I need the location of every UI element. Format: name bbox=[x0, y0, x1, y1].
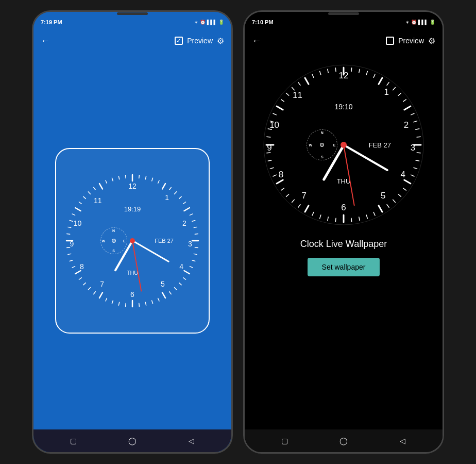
svg-line-101 bbox=[277, 180, 283, 184]
right-num-8: 8 bbox=[279, 170, 283, 180]
right-compass-s: S bbox=[321, 155, 324, 159]
left-date: FEB 27 bbox=[155, 238, 174, 244]
left-day: THU bbox=[127, 270, 139, 276]
signal-icon: ▌▌▌ bbox=[207, 20, 217, 25]
svg-line-34 bbox=[106, 298, 107, 301]
svg-line-95 bbox=[312, 212, 314, 216]
right-nav-circle[interactable]: ◯ bbox=[338, 435, 349, 446]
right-app-bar-right: Preview ⚙ bbox=[386, 36, 435, 46]
right-settings-icon[interactable]: ⚙ bbox=[428, 36, 435, 46]
left-compass-w: W bbox=[102, 239, 106, 243]
svg-line-56 bbox=[106, 180, 107, 183]
svg-line-72 bbox=[411, 113, 414, 115]
svg-line-115 bbox=[298, 82, 300, 86]
right-center-dot bbox=[341, 142, 347, 148]
svg-line-46 bbox=[67, 234, 70, 235]
svg-line-49 bbox=[72, 214, 75, 215]
right-app-bar: ← Preview ⚙ bbox=[245, 29, 443, 52]
svg-line-80 bbox=[411, 175, 414, 176]
svg-line-113 bbox=[286, 93, 289, 96]
left-num-11: 11 bbox=[94, 196, 102, 205]
svg-line-74 bbox=[416, 129, 419, 129]
left-nav-circle[interactable]: ◯ bbox=[127, 435, 138, 446]
right-compass: N S E W bbox=[307, 129, 337, 160]
svg-line-88 bbox=[366, 215, 367, 219]
alarm-icon: ⏰ bbox=[200, 20, 206, 25]
right-preview-checkbox[interactable] bbox=[386, 37, 394, 45]
left-num-7: 7 bbox=[100, 280, 104, 288]
right-compass-center bbox=[320, 143, 324, 147]
svg-line-66 bbox=[379, 78, 382, 84]
left-num-5: 5 bbox=[161, 280, 165, 288]
right-num-2: 2 bbox=[404, 120, 409, 130]
left-num-9: 9 bbox=[70, 240, 74, 248]
right-num-3: 3 bbox=[411, 143, 415, 153]
right-app-title: Clock Live Wallpaper bbox=[300, 239, 387, 250]
svg-line-1 bbox=[139, 175, 140, 178]
left-preview-checkbox[interactable]: ✓ bbox=[175, 37, 183, 45]
left-nav-triangle[interactable]: ◁ bbox=[186, 435, 197, 446]
left-digital-time: 19:19 bbox=[124, 205, 141, 213]
left-nav-square[interactable]: ▢ bbox=[67, 435, 79, 446]
battery-icon: 🔋 bbox=[218, 20, 224, 25]
svg-line-11 bbox=[190, 214, 192, 215]
left-check-icon: ✓ bbox=[176, 37, 181, 44]
svg-line-78 bbox=[416, 160, 419, 161]
left-compass-n: N bbox=[112, 229, 115, 233]
svg-line-81 bbox=[404, 180, 411, 184]
left-phone: 7:19 PM ∗ ⏰ ▌▌▌ 🔋 ← ✓ Preview ⚙ bbox=[32, 10, 233, 454]
left-compass-e: E bbox=[123, 239, 126, 243]
right-back-button[interactable]: ← bbox=[252, 36, 261, 46]
svg-line-89 bbox=[359, 217, 360, 221]
left-back-button[interactable]: ← bbox=[41, 36, 50, 46]
right-nav-triangle[interactable]: ◁ bbox=[397, 435, 409, 446]
svg-line-52 bbox=[83, 196, 86, 198]
svg-line-37 bbox=[88, 288, 90, 290]
svg-line-93 bbox=[328, 217, 328, 221]
svg-line-2 bbox=[145, 176, 146, 179]
svg-line-53 bbox=[88, 192, 90, 194]
right-status-bar: 7:10 PM ∗ ⏰ ▌▌▌ 🔋 bbox=[245, 15, 443, 29]
left-compass-center bbox=[112, 239, 116, 243]
left-num-3: 3 bbox=[188, 240, 192, 248]
svg-line-69 bbox=[398, 93, 401, 96]
svg-line-120 bbox=[335, 68, 336, 72]
left-app-bar: ← ✓ Preview ⚙ bbox=[33, 29, 231, 52]
right-battery-icon: 🔋 bbox=[430, 20, 435, 25]
left-compass-s: S bbox=[112, 249, 115, 253]
left-bottom-nav: ▢ ◯ ◁ bbox=[33, 429, 231, 452]
right-num-4: 4 bbox=[400, 170, 405, 180]
svg-line-17 bbox=[194, 254, 197, 254]
svg-line-36 bbox=[94, 292, 96, 294]
right-compass-e: E bbox=[333, 143, 336, 147]
svg-line-9 bbox=[183, 202, 186, 204]
svg-line-94 bbox=[320, 215, 321, 219]
svg-line-20 bbox=[184, 271, 189, 274]
right-content: 12 1 2 3 4 5 6 7 8 9 10 11 19:10 FEB 27 … bbox=[245, 52, 443, 429]
svg-line-31 bbox=[126, 303, 126, 306]
svg-line-22 bbox=[179, 283, 181, 285]
svg-line-43 bbox=[68, 254, 71, 254]
svg-line-13 bbox=[194, 227, 197, 227]
left-center-dot bbox=[130, 238, 135, 243]
svg-line-73 bbox=[414, 121, 417, 122]
svg-line-111 bbox=[277, 106, 283, 110]
left-settings-icon[interactable]: ⚙ bbox=[217, 36, 224, 46]
right-num-12: 12 bbox=[339, 71, 349, 81]
svg-line-6 bbox=[169, 187, 172, 190]
left-num-2: 2 bbox=[182, 219, 186, 227]
svg-line-57 bbox=[112, 178, 113, 181]
svg-line-3 bbox=[152, 178, 153, 181]
svg-line-85 bbox=[387, 205, 389, 208]
right-compass-n: N bbox=[321, 131, 324, 135]
svg-line-79 bbox=[414, 168, 417, 169]
right-status-time: 7:10 PM bbox=[252, 19, 274, 25]
set-wallpaper-button[interactable]: Set wallpaper bbox=[308, 258, 380, 276]
svg-line-118 bbox=[320, 71, 321, 75]
right-num-9: 9 bbox=[267, 143, 271, 153]
svg-line-8 bbox=[179, 196, 181, 198]
left-num-10: 10 bbox=[74, 219, 82, 227]
svg-line-19 bbox=[190, 267, 192, 268]
right-nav-square[interactable]: ▢ bbox=[279, 435, 290, 446]
left-status-icons: ∗ ⏰ ▌▌▌ 🔋 bbox=[194, 20, 224, 25]
